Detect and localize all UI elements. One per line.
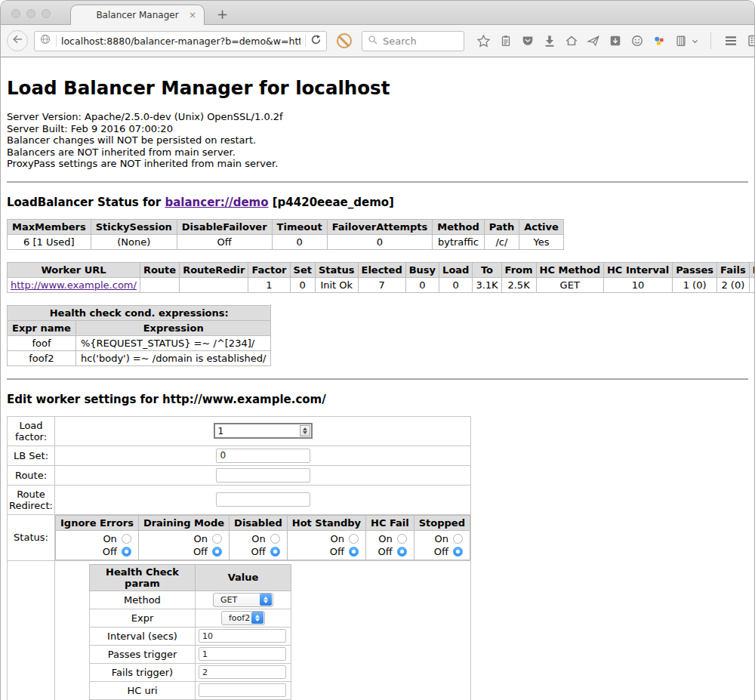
tab-close-icon[interactable]: × [189,11,196,20]
page-content: Load Balancer Manager for localhost Serv… [1,77,754,700]
status-options-table: Ignore Errors Draining Mode Disabled Hot… [55,515,470,560]
col-disablefailover: DisableFailover [177,219,272,234]
disabled-off-radio[interactable] [270,547,280,557]
col-method: Method [433,219,484,234]
col-hc-value: Value [196,564,291,591]
dropdown-caret-icon[interactable] [692,38,698,45]
ignore-errors-off-radio[interactable] [122,547,131,557]
select-arrows-icon [251,612,263,624]
globe-icon [39,33,51,48]
draining-mode-on-radio[interactable] [212,534,222,544]
fails-input[interactable] [199,665,286,679]
navigation-toolbar: localhost:8880/balancer-manager?b=demo&w… [1,25,754,57]
proxypass-note-line: ProxyPass settings are NOT inherited fro… [7,158,748,170]
bookmark-star-icon[interactable] [476,34,491,48]
col-hot-standby: Hot Standby [287,515,365,530]
worker-url-link[interactable]: http://www.example.com/ [11,279,137,291]
expr-table-title: Health check cond. expressions: [8,305,271,320]
home-icon[interactable] [565,34,578,48]
col-path: Path [484,219,519,234]
stopped-on-radio[interactable] [453,534,463,544]
grid-panel-icon[interactable] [747,33,755,48]
new-tab-button[interactable]: + [217,8,228,21]
window-close-button[interactable] [11,9,20,18]
tab-bar: Balancer Manager × + [1,1,754,25]
heading-prefix: LoadBalancer Status for [7,196,165,209]
col-disabled: Disabled [230,515,288,530]
balancer-status-heading: LoadBalancer Status for balancer://demo … [7,196,748,209]
disabled-on-radio[interactable] [270,534,280,544]
ignore-errors-on-radio[interactable] [122,534,131,544]
clipboard-icon[interactable] [499,34,513,48]
window-minimize-button[interactable] [26,9,35,18]
col-failoverattempts: FailoverAttempts [327,219,433,234]
route-redirect-input[interactable] [216,492,310,507]
col-hc-fail: HC Fail [366,515,414,530]
hamburger-menu-icon[interactable] [723,33,738,48]
divider [7,378,748,380]
tab-balancer-manager[interactable]: Balancer Manager × [70,5,205,25]
load-factor-label: Load factor: [8,416,55,446]
table-row: 6 [1 Used] (None) Off 0 0 bytraffic /c/ … [8,234,564,249]
method-label: Method [90,591,196,609]
fails-label: Fails trigger) [90,663,196,681]
url-divider [56,35,57,47]
pocket-icon[interactable] [521,34,535,48]
send-icon[interactable] [587,34,600,48]
smiley-chat-icon[interactable] [630,34,644,48]
reload-button[interactable] [310,34,322,48]
load-factor-input[interactable] [214,423,313,439]
hot-standby-off-radio[interactable] [349,547,359,557]
status-label: Status: [8,514,55,560]
tab-title: Balancer Manager [96,10,178,20]
download-icon[interactable] [543,34,556,48]
health-check-param-table: Health Check param Value Method GET [89,564,291,700]
col-ignore-errors: Ignore Errors [56,515,139,530]
hc-fail-off-radio[interactable] [397,547,407,557]
col-maxmembers: MaxMembers [8,219,91,234]
content-blocked-icon[interactable] [337,33,352,48]
table-header-row: Expr name Expression [8,320,271,335]
colored-dots-icon[interactable] [652,34,666,48]
window-zoom-button[interactable] [42,9,51,18]
page-title: Load Balancer Manager for localhost [7,77,748,99]
hot-standby-on-radio[interactable] [349,534,359,544]
col-stickysession: StickySession [91,219,177,234]
col-hc-param: Health Check param [90,564,196,591]
search-icon [368,34,378,48]
lb-set-input[interactable] [216,449,310,463]
balancer-demo-link[interactable]: balancer://demo [165,196,268,209]
route-input[interactable] [216,468,310,483]
container-icon[interactable] [674,34,688,48]
square-download-icon[interactable] [609,34,622,48]
heading-suffix: [p4420eeae_demo] [269,196,394,209]
method-select[interactable]: GET [213,593,273,607]
hc-uri-label: HC uri [90,681,196,699]
interval-label: Interval (secs) [90,627,196,645]
interval-input[interactable] [199,629,286,643]
url-text[interactable]: localhost:8880/balancer-manager?b=demo&w… [61,35,300,47]
hc-uri-input[interactable] [199,683,286,697]
health-check-expressions-table: Health check cond. expressions: Expr nam… [7,305,271,366]
passes-input[interactable] [199,647,286,661]
hc-fail-on-radio[interactable] [397,534,407,544]
edit-worker-form: Load factor: LB Set: Route: Route Redire… [7,416,471,700]
col-active: Active [519,219,564,234]
back-icon [11,33,23,48]
server-version-line: Server Version: Apache/2.5.0-dev (Unix) … [7,111,748,123]
table-row: http://www.example.com/ 1 0 Init Ok 7 0 … [8,277,755,292]
number-spinner[interactable] [300,425,310,436]
col-timeout: Timeout [272,219,327,234]
draining-mode-off-radio[interactable] [212,547,222,557]
back-button[interactable] [7,30,28,51]
server-info: Server Version: Apache/2.5.0-dev (Unix) … [7,111,748,170]
window-controls [11,9,51,18]
search-bar[interactable]: Search [362,31,464,51]
expr-select[interactable]: foof2 [221,611,265,625]
url-bar[interactable]: localhost:8880/balancer-manager?b=demo&w… [34,31,327,51]
table-header-row: Worker URL Route RouteRedir Factor Set S… [8,262,755,277]
load-factor-field[interactable] [218,426,294,436]
passes-label: Passes trigger [90,645,196,663]
stopped-off-radio[interactable] [453,547,463,557]
table-row: foof %{REQUEST_STATUS} =~ /^[234]/ [8,335,271,350]
